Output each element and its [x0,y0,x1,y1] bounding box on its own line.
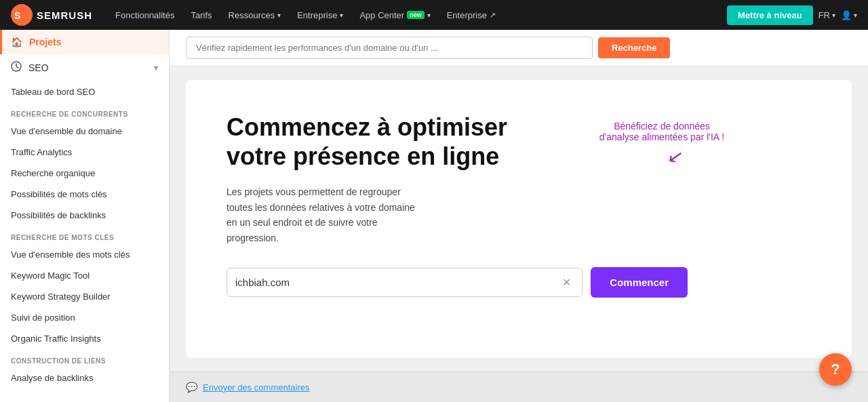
nav-tarifs[interactable]: Tarifs [184,6,218,24]
main-layout: 🏠 Projets SEO ▾ Tableau de bord SEO RECH… [0,30,868,402]
external-link-icon: ↗ [490,11,496,20]
feedback-icon: 💬 [186,382,197,393]
card-description: Les projets vous permettent de regrouper… [226,184,416,245]
commencer-button[interactable]: Commencer [591,267,688,298]
content-search-row: Recherche [170,30,868,66]
sidebar-item-keyword-magic-tool[interactable]: Keyword Magic Tool [0,265,169,286]
sidebar-item-possibilites-backlinks[interactable]: Possibilités de backlinks [0,205,169,226]
chevron-down-icon: ▾ [154,63,158,73]
sidebar: 🏠 Projets SEO ▾ Tableau de bord SEO RECH… [0,30,170,402]
domain-input[interactable] [235,268,559,296]
sidebar-item-vue-mots-cles[interactable]: Vue d'ensemble des mots clés [0,244,169,265]
sidebar-item-seo[interactable]: SEO ▾ [0,54,169,81]
concurrents-section-title: RECHERCHE DE CONCURRENTS [0,102,169,121]
sidebar-item-tableau-bord[interactable]: Tableau de bord SEO [0,81,169,102]
svg-text:S: S [14,10,20,21]
chevron-down-icon: ▾ [854,12,857,19]
upgrade-button[interactable]: Mettre à niveau [727,5,813,25]
chevron-down-icon: ▾ [340,12,343,19]
feedback-link[interactable]: Envoyer des commentaires [203,382,310,393]
topnav-right: Mettre à niveau FR ▾ 👤 ▾ [727,5,857,25]
ai-callout-text: Bénéficiez de données d'analyse alimenté… [599,121,724,142]
footer-bar: 💬 Envoyer des commentaires [170,371,868,402]
nav-entreprise[interactable]: Entreprise ▾ [290,6,350,24]
liens-section-title: CONSTRUCTION DE LIENS [0,349,169,367]
chevron-down-icon: ▾ [277,12,281,19]
sidebar-item-traffic-analytics[interactable]: Traffic Analytics [0,142,169,163]
help-button[interactable]: ? [819,353,852,386]
sidebar-item-analyse-backlinks[interactable]: Analyse de backlinks [0,367,169,388]
topnav-links: Fonctionnalités Tarifs Ressources ▾ Entr… [108,6,727,24]
sidebar-item-keyword-strategy-builder[interactable]: Keyword Strategy Builder [0,286,169,307]
clear-icon[interactable]: ✕ [559,273,574,292]
seo-icon [11,61,22,75]
nav-enterprise[interactable]: Enterprise ↗ [440,6,502,24]
domain-search-input[interactable] [186,37,593,59]
language-selector[interactable]: FR ▾ [818,10,835,20]
recherche-button[interactable]: Recherche [598,37,670,58]
domain-input-row: ✕ Commencer [226,267,688,298]
content-area: Recherche Commencez à optimiser votre pr… [170,30,868,402]
seo-label: SEO [28,62,49,73]
chevron-down-icon: ▾ [427,12,431,19]
nav-ressources[interactable]: Ressources ▾ [222,6,288,24]
user-menu[interactable]: 👤 ▾ [841,10,857,20]
sidebar-item-suivi-position[interactable]: Suivi de position [0,307,169,328]
card-heading: Commencez à optimiser votre présence en … [226,113,511,171]
sidebar-item-recherche-organique[interactable]: Recherche organique [0,163,169,184]
sidebar-item-possibilites-mots-cles[interactable]: Possibilités de mots clés [0,184,169,205]
home-icon: 🏠 [11,37,22,47]
brand-logo[interactable]: S SEMRUSH [11,4,92,26]
ai-callout: Bénéficiez de données d'analyse alimenté… [594,121,730,167]
top-navigation: S SEMRUSH Fonctionnalités Tarifs Ressour… [0,0,868,30]
main-card: Commencez à optimiser votre présence en … [186,80,852,358]
sidebar-item-projets[interactable]: 🏠 Projets [0,30,169,54]
nav-fonctionnalites[interactable]: Fonctionnalités [108,6,181,24]
domain-input-wrapper: ✕ [226,268,583,297]
sidebar-item-vue-domaine[interactable]: Vue d'ensemble du domaine [0,121,169,142]
nav-appcenter[interactable]: App Center new ▾ [353,6,437,24]
sidebar-item-organic-traffic-insights[interactable]: Organic Traffic Insights [0,328,169,349]
user-icon: 👤 [841,10,852,20]
mots-cles-section-title: RECHERCHE DE MOTS CLÉS [0,226,169,244]
new-badge: new [407,11,425,19]
chevron-down-icon: ▾ [832,12,835,19]
projets-label: Projets [29,37,61,47]
brand-name: SEMRUSH [37,9,92,21]
